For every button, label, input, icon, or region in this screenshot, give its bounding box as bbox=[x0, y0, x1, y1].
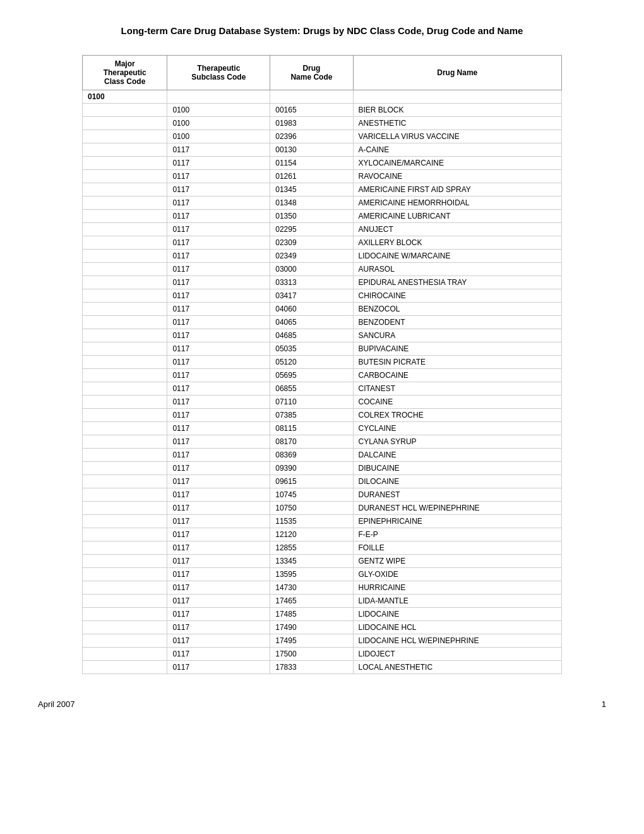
cell-name: LIDA-MANTLE bbox=[353, 595, 561, 608]
table-row: 011713345GENTZ WIPE bbox=[83, 555, 562, 568]
cell-major bbox=[83, 130, 167, 143]
cell-sub: 0117 bbox=[167, 356, 270, 369]
cell-code: 17465 bbox=[270, 595, 353, 608]
cell-name: XYLOCAINE/MARCAINE bbox=[353, 157, 561, 170]
cell-sub: 0117 bbox=[167, 621, 270, 634]
cell-code: 04060 bbox=[270, 303, 353, 316]
cell-name: LIDOJECT bbox=[353, 648, 561, 661]
cell-sub: 0117 bbox=[167, 568, 270, 581]
cell-major bbox=[83, 369, 167, 382]
cell-sub: 0117 bbox=[167, 488, 270, 502]
cell-major bbox=[83, 568, 167, 581]
cell-name: DALCAINE bbox=[353, 449, 561, 462]
cell-name: AMERICAINE FIRST AID SPRAY bbox=[353, 183, 561, 196]
cell-major bbox=[83, 276, 167, 289]
cell-code: 10750 bbox=[270, 502, 353, 515]
table-row: 011708170CYLANA SYRUP bbox=[83, 435, 562, 449]
cell-major bbox=[83, 661, 167, 674]
cell-sub: 0117 bbox=[167, 435, 270, 449]
cell-major bbox=[83, 648, 167, 661]
cell-code: 02396 bbox=[270, 130, 353, 143]
table-row: 011702295ANUJECT bbox=[83, 223, 562, 236]
cell-name: BUTESIN PICRATE bbox=[353, 356, 561, 369]
cell-name: CHIROCAINE bbox=[353, 289, 561, 303]
cell-name: BIER BLOCK bbox=[353, 104, 561, 117]
cell-sub: 0117 bbox=[167, 157, 270, 170]
cell-code: 01261 bbox=[270, 170, 353, 183]
cell-name: GENTZ WIPE bbox=[353, 555, 561, 568]
table-row: 011706855CITANEST bbox=[83, 382, 562, 396]
cell-major bbox=[83, 541, 167, 555]
cell-code: 00165 bbox=[270, 104, 353, 117]
page-title: Long-term Care Drug Database System: Dru… bbox=[38, 25, 606, 36]
cell-name: GLY-OXIDE bbox=[353, 568, 561, 581]
cell-major bbox=[83, 449, 167, 462]
col-header-code: DrugName Code bbox=[270, 56, 353, 90]
cell-name: DILOCAINE bbox=[353, 475, 561, 488]
cell-code: 02309 bbox=[270, 236, 353, 250]
cell-major bbox=[83, 621, 167, 634]
cell-name: LIDOCAINE HCL bbox=[353, 621, 561, 634]
cell-major bbox=[83, 250, 167, 263]
cell-code: 12120 bbox=[270, 528, 353, 541]
cell-major bbox=[83, 329, 167, 342]
cell-name: VARICELLA VIRUS VACCINE bbox=[353, 130, 561, 143]
cell-code: 13595 bbox=[270, 568, 353, 581]
table-row: 0100 bbox=[83, 90, 562, 104]
table-row: 011705695CARBOCAINE bbox=[83, 369, 562, 382]
table-row: 011711535EPINEPHRICAINE bbox=[83, 515, 562, 528]
cell-major bbox=[83, 634, 167, 648]
cell-major bbox=[83, 223, 167, 236]
cell-code: 01345 bbox=[270, 183, 353, 196]
cell-sub: 0117 bbox=[167, 382, 270, 396]
cell-name: AXILLERY BLOCK bbox=[353, 236, 561, 250]
cell-code: 04685 bbox=[270, 329, 353, 342]
table-row: 011705120BUTESIN PICRATE bbox=[83, 356, 562, 369]
cell-code: 03313 bbox=[270, 276, 353, 289]
table-row: 011702309AXILLERY BLOCK bbox=[83, 236, 562, 250]
cell-name: CARBOCAINE bbox=[353, 369, 561, 382]
cell-name: BENZODENT bbox=[353, 316, 561, 329]
table-row: 011717500LIDOJECT bbox=[83, 648, 562, 661]
cell-code: 08170 bbox=[270, 435, 353, 449]
cell-name: FOILLE bbox=[353, 541, 561, 555]
cell-major bbox=[83, 316, 167, 329]
cell-code: 03000 bbox=[270, 263, 353, 276]
cell-code: 17833 bbox=[270, 661, 353, 674]
cell-sub: 0117 bbox=[167, 608, 270, 621]
cell-sub: 0117 bbox=[167, 210, 270, 223]
table-row: 011714730HURRICAINE bbox=[83, 581, 562, 595]
cell-major bbox=[83, 515, 167, 528]
cell-name: EPINEPHRICAINE bbox=[353, 515, 561, 528]
cell-major bbox=[83, 409, 167, 422]
cell-major bbox=[83, 422, 167, 435]
cell-name: LIDOCAINE W/MARCAINE bbox=[353, 250, 561, 263]
cell-name bbox=[353, 90, 561, 104]
cell-code: 13345 bbox=[270, 555, 353, 568]
col-header-major: MajorTherapeuticClass Code bbox=[83, 56, 167, 90]
table-row: 011713595GLY-OXIDE bbox=[83, 568, 562, 581]
cell-code bbox=[270, 90, 353, 104]
table-row: 011701348AMERICAINE HEMORRHOIDAL bbox=[83, 196, 562, 210]
cell-code: 03417 bbox=[270, 289, 353, 303]
cell-name: LIDOCAINE bbox=[353, 608, 561, 621]
table-row: 010001983ANESTHETIC bbox=[83, 117, 562, 130]
cell-sub: 0117 bbox=[167, 409, 270, 422]
cell-name: ANUJECT bbox=[353, 223, 561, 236]
table-row: 011704065BENZODENT bbox=[83, 316, 562, 329]
cell-major bbox=[83, 196, 167, 210]
cell-code: 01154 bbox=[270, 157, 353, 170]
cell-sub: 0117 bbox=[167, 634, 270, 648]
table-row: 011709615DILOCAINE bbox=[83, 475, 562, 488]
cell-name: HURRICAINE bbox=[353, 581, 561, 595]
cell-name: COCAINE bbox=[353, 396, 561, 409]
cell-sub: 0117 bbox=[167, 661, 270, 674]
cell-name: CYLANA SYRUP bbox=[353, 435, 561, 449]
cell-name: F-E-P bbox=[353, 528, 561, 541]
cell-sub: 0117 bbox=[167, 143, 270, 157]
cell-major bbox=[83, 236, 167, 250]
cell-name: DURANEST bbox=[353, 488, 561, 502]
cell-name: AMERICAINE LUBRICANT bbox=[353, 210, 561, 223]
cell-major bbox=[83, 595, 167, 608]
cell-major bbox=[83, 143, 167, 157]
